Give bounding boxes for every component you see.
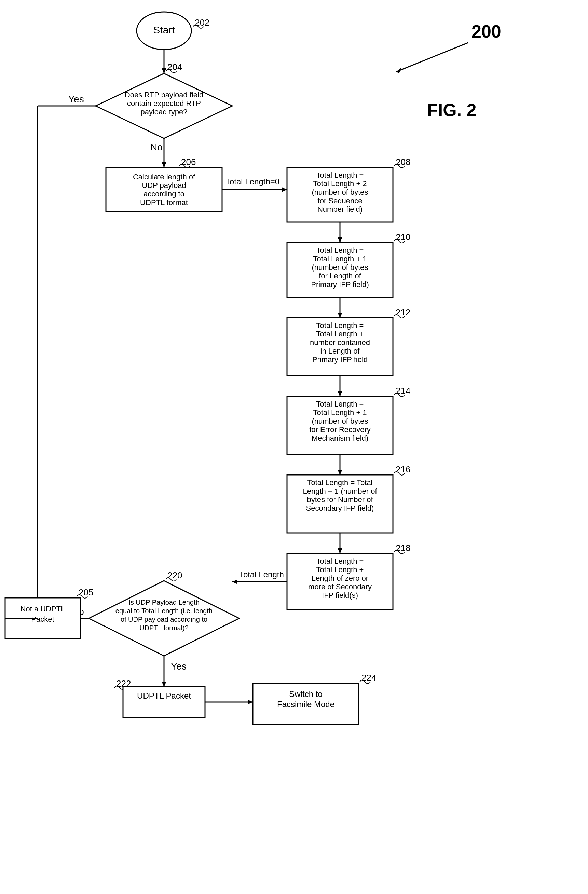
- svg-text:for Error Recovery: for Error Recovery: [309, 425, 371, 434]
- svg-text:IFP field(s): IFP field(s): [322, 591, 358, 600]
- svg-text:Facsimile Mode: Facsimile Mode: [277, 700, 334, 709]
- svg-text:equal to Total Length (i.e. le: equal to Total Length (i.e. length: [115, 607, 213, 615]
- total-length-zero-label: Total Length=0: [225, 177, 280, 186]
- svg-text:Secondary IFP field): Secondary IFP field): [306, 504, 374, 512]
- ref-202: 202: [195, 17, 209, 28]
- svg-text:Total Length + 1: Total Length + 1: [313, 408, 367, 417]
- svg-text:Switch to: Switch to: [289, 689, 322, 699]
- svg-text:Total Length + 2: Total Length + 2: [313, 179, 367, 188]
- start-label: Start: [153, 24, 175, 36]
- svg-text:Length + 1 (number of: Length + 1 (number of: [303, 487, 377, 495]
- ref-204: 204: [168, 62, 182, 72]
- box206-line2: UDP payload: [142, 181, 186, 190]
- svg-text:Not a UDPTL: Not a UDPTL: [21, 605, 65, 613]
- svg-text:Number field): Number field): [317, 205, 363, 213]
- svg-text:Primary IFP field: Primary IFP field: [312, 355, 367, 364]
- svg-text:Is UDP Payload Length: Is UDP Payload Length: [128, 598, 200, 606]
- ref-214: 214: [396, 386, 410, 396]
- svg-text:bytes for Number of: bytes for Number of: [307, 495, 373, 504]
- svg-text:Total Length +: Total Length +: [316, 565, 364, 574]
- svg-text:UDPTL formal)?: UDPTL formal)?: [139, 624, 189, 632]
- svg-text:(number of bytes: (number of bytes: [311, 188, 368, 196]
- box206-line4: UDPTL format: [140, 198, 188, 207]
- yes-label-1: Yes: [68, 94, 84, 104]
- ref-206: 206: [181, 157, 196, 167]
- svg-text:Total Length =: Total Length =: [316, 171, 364, 179]
- svg-text:(number of bytes: (number of bytes: [311, 417, 368, 425]
- svg-text:in Length of: in Length of: [320, 347, 360, 355]
- ref-208: 208: [396, 157, 410, 167]
- svg-text:Primary IFP field): Primary IFP field): [311, 280, 369, 288]
- svg-text:Total Length =: Total Length =: [316, 557, 364, 565]
- svg-text:Total Length =: Total Length =: [316, 246, 364, 255]
- svg-text:Total Length =: Total Length =: [316, 321, 364, 330]
- diamond1-line2: contain expected RTP: [127, 99, 201, 107]
- ref-220: 220: [168, 570, 182, 580]
- diagram-container: 200 FIG. 2 Start 202 Does RTP payload fi…: [0, 0, 588, 894]
- svg-text:Total Length = Total: Total Length = Total: [307, 478, 372, 487]
- svg-text:of UDP payload according to: of UDP payload according to: [121, 616, 207, 623]
- svg-text:Packet: Packet: [31, 615, 54, 624]
- ref-224: 224: [361, 673, 376, 683]
- figure-ref-200: 200: [472, 21, 501, 41]
- svg-text:more of Secondary: more of Secondary: [308, 583, 372, 591]
- ref-212: 212: [396, 307, 410, 317]
- svg-text:Length of zero or: Length of zero or: [311, 574, 368, 583]
- svg-text:UDPTL Packet: UDPTL Packet: [137, 691, 191, 700]
- svg-text:(number of bytes: (number of bytes: [311, 263, 368, 272]
- svg-text:Total Length =: Total Length =: [316, 400, 364, 408]
- diamond1-line3: payload type?: [141, 107, 187, 116]
- box206-line1: Calculate length of: [133, 172, 195, 181]
- total-length-label: Total Length: [239, 570, 284, 579]
- svg-text:Mechanism field): Mechanism field): [311, 434, 368, 442]
- ref-218: 218: [396, 543, 410, 553]
- svg-text:Total Length + 1: Total Length + 1: [313, 255, 367, 263]
- svg-text:for Sequence: for Sequence: [318, 196, 363, 205]
- ref-216: 216: [396, 464, 410, 474]
- no-label-1: No: [150, 142, 163, 153]
- svg-text:for Length of: for Length of: [319, 272, 361, 280]
- diamond1-line1: Does RTP payload field: [125, 91, 203, 99]
- svg-text:Total Length +: Total Length +: [316, 330, 364, 338]
- svg-text:number contained: number contained: [310, 338, 370, 347]
- box206-line3: according to: [144, 190, 184, 198]
- ref-210: 210: [396, 232, 410, 242]
- fig-label: FIG. 2: [427, 100, 476, 120]
- ref-205: 205: [79, 587, 93, 598]
- yes-label-2: Yes: [171, 661, 187, 672]
